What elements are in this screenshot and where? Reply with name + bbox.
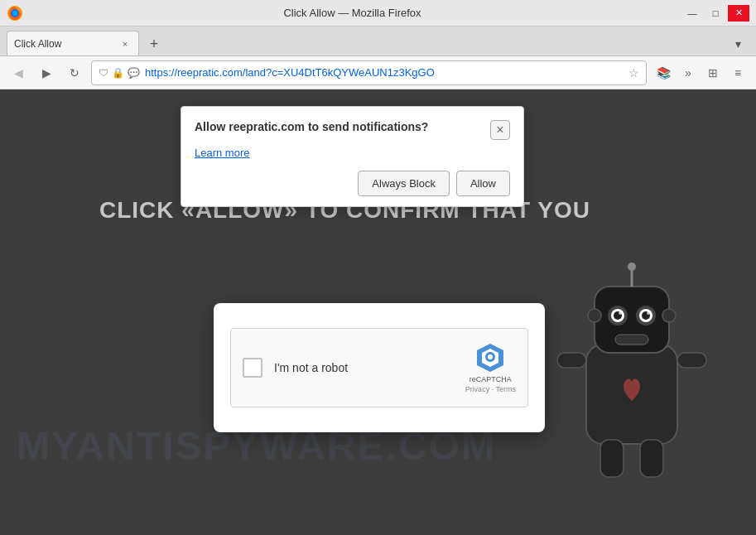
bookmarks-button[interactable]: 📚 bbox=[652, 61, 675, 84]
url-text: https://reepratic.com/land?c=XU4DtT6kQYW… bbox=[145, 66, 624, 79]
address-bar-icons: 🛡 🔒 💬 bbox=[99, 67, 140, 79]
shield-icon: 🛡 bbox=[99, 67, 108, 79]
popup-close-button[interactable]: × bbox=[490, 120, 510, 140]
recaptcha-links: Privacy · Terms bbox=[465, 385, 516, 393]
window-controls: — □ ✕ bbox=[681, 5, 749, 22]
maximize-button[interactable]: □ bbox=[705, 5, 726, 22]
extensions-button[interactable]: ⊞ bbox=[701, 61, 725, 84]
browser-content: CLICK «ALLOW» TO CONFIRM THAT YOU MYANTI… bbox=[0, 89, 756, 535]
allow-button[interactable]: Allow bbox=[456, 171, 510, 196]
notification-popup: Allow reepratic.com to send notification… bbox=[181, 106, 524, 207]
popup-title: Allow reepratic.com to send notification… bbox=[195, 120, 490, 133]
lock-icon: 🔒 bbox=[112, 67, 124, 79]
svg-rect-15 bbox=[677, 353, 706, 368]
svg-point-21 bbox=[662, 309, 676, 322]
learn-more-link[interactable]: Learn more bbox=[195, 147, 510, 159]
menu-button[interactable]: ≡ bbox=[726, 61, 749, 84]
nav-bar: ◀ ▶ ↻ 🛡 🔒 💬 https://reepratic.com/land?c… bbox=[0, 56, 756, 89]
tab-close-button[interactable]: × bbox=[118, 37, 132, 51]
svg-rect-16 bbox=[600, 440, 624, 477]
minimize-button[interactable]: — bbox=[681, 5, 703, 22]
popup-header: Allow reepratic.com to send notification… bbox=[195, 120, 510, 140]
svg-point-12 bbox=[628, 263, 636, 271]
title-bar: Click Allow — Mozilla Firefox — □ ✕ bbox=[0, 0, 756, 27]
recaptcha-logo-icon bbox=[474, 342, 506, 374]
svg-rect-14 bbox=[557, 353, 586, 368]
page-background: CLICK «ALLOW» TO CONFIRM THAT YOU MYANTI… bbox=[0, 89, 756, 535]
robot-illustration bbox=[541, 237, 723, 502]
recaptcha-logo-area: reCAPTCHA Privacy · Terms bbox=[465, 342, 516, 393]
back-button[interactable]: ◀ bbox=[7, 61, 30, 84]
recaptcha-label: I'm not a robot bbox=[274, 361, 454, 374]
svg-point-2 bbox=[12, 11, 17, 16]
tab-list-button[interactable]: ▾ bbox=[726, 32, 749, 55]
title-bar-left bbox=[7, 5, 23, 22]
tab-label: Click Allow bbox=[14, 38, 61, 50]
svg-rect-13 bbox=[615, 335, 648, 345]
close-window-button[interactable]: ✕ bbox=[728, 5, 749, 22]
svg-point-19 bbox=[647, 311, 650, 315]
recaptcha-checkbox[interactable] bbox=[243, 358, 262, 378]
nav-right-buttons: 📚 » ⊞ ≡ bbox=[652, 61, 749, 84]
notification-permission-icon: 💬 bbox=[128, 67, 140, 79]
recaptcha-brand-label: reCAPTCHA bbox=[469, 375, 512, 383]
popup-buttons: Always Block Allow bbox=[195, 171, 510, 196]
svg-point-18 bbox=[619, 311, 622, 315]
new-tab-button[interactable]: + bbox=[142, 32, 166, 55]
address-bar[interactable]: 🛡 🔒 💬 https://reepratic.com/land?c=XU4Dt… bbox=[91, 60, 647, 85]
browser-window: Click Allow — Mozilla Firefox — □ ✕ Clic… bbox=[0, 0, 756, 535]
bookmark-star-icon[interactable]: ☆ bbox=[628, 66, 639, 80]
more-tools-button[interactable]: » bbox=[677, 61, 700, 84]
tab-bar: Click Allow × + ▾ bbox=[0, 27, 756, 56]
reload-button[interactable]: ↻ bbox=[63, 61, 86, 84]
always-block-button[interactable]: Always Block bbox=[358, 171, 450, 196]
recaptcha-terms-link[interactable]: Terms bbox=[496, 385, 517, 393]
recaptcha-privacy-link[interactable]: Privacy bbox=[465, 385, 490, 393]
title-bar-title: Click Allow — Mozilla Firefox bbox=[30, 7, 675, 19]
firefox-icon bbox=[7, 5, 23, 22]
svg-rect-17 bbox=[640, 440, 663, 477]
recaptcha-inner: I'm not a robot reCAPTCHA Privacy · bbox=[230, 328, 528, 407]
active-tab[interactable]: Click Allow × bbox=[7, 31, 139, 55]
forward-button[interactable]: ▶ bbox=[35, 61, 58, 84]
recaptcha-card: I'm not a robot reCAPTCHA Privacy · bbox=[214, 303, 545, 432]
svg-point-20 bbox=[588, 309, 601, 322]
